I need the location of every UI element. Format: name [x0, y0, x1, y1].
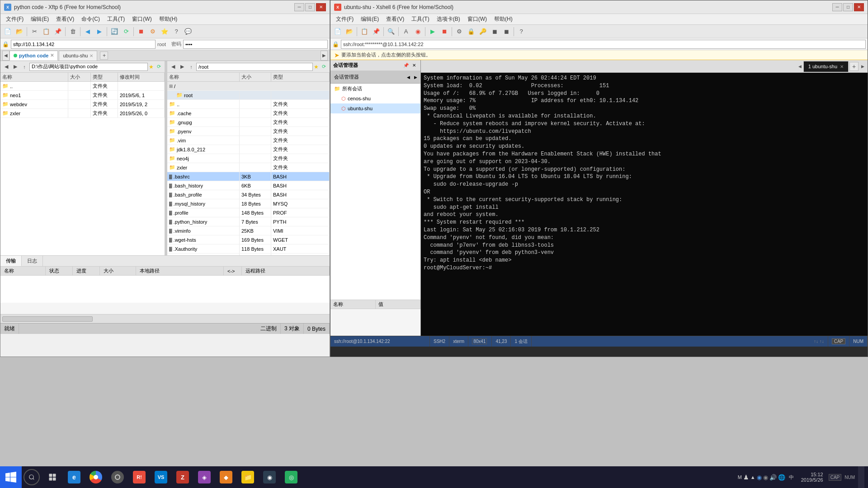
- menu-command[interactable]: 命令(C): [78, 14, 104, 24]
- xshell-menu-window[interactable]: 窗口(W): [464, 14, 491, 24]
- table-row[interactable]: 📁zxler 文件夹: [167, 163, 330, 172]
- tb-stop[interactable]: ⏹: [136, 26, 146, 37]
- remote-nav-forward[interactable]: ▶: [178, 63, 186, 71]
- tray-icon-3[interactable]: ▲: [750, 474, 755, 480]
- xshell-tb-open[interactable]: 📂: [344, 26, 355, 37]
- menu-view[interactable]: 查看(V): [52, 14, 78, 24]
- xshell-tb-more2[interactable]: ◼: [501, 26, 512, 37]
- tab-close-btn[interactable]: ✕: [50, 53, 54, 58]
- menu-help[interactable]: 帮助(H): [156, 14, 181, 24]
- tb-copy[interactable]: 📋: [41, 26, 52, 37]
- tb-help[interactable]: ?: [171, 26, 182, 37]
- remote-path-input[interactable]: [196, 63, 313, 71]
- table-row[interactable]: 📁.cache 文件夹: [167, 109, 330, 118]
- table-row[interactable]: ▓ .Xauthority 118 Bytes XAUT: [167, 244, 330, 253]
- explorer-button[interactable]: 📁: [238, 467, 258, 487]
- app-btn-5[interactable]: ◎: [281, 467, 301, 487]
- filezilla-button[interactable]: Z: [173, 467, 193, 487]
- xshell-tb-color[interactable]: ◉: [412, 26, 423, 37]
- table-row[interactable]: ▤ jdk-8.tar.gz 185.98MB WinR: [167, 253, 330, 255]
- tb-sync[interactable]: 🔄: [109, 26, 120, 37]
- table-row[interactable]: 📁jdk1.8.0_212 文件夹: [167, 145, 330, 154]
- xshell-tb-copy[interactable]: 📋: [359, 26, 370, 37]
- xshell-address-input[interactable]: [341, 40, 866, 49]
- local-bookmark-icon[interactable]: ★: [149, 64, 154, 70]
- xftp-minimize-button[interactable]: ─: [294, 3, 304, 11]
- tray-icon-7[interactable]: 🌐: [778, 474, 785, 481]
- cortana-button[interactable]: [108, 467, 127, 487]
- remote-nav-back[interactable]: ◀: [169, 63, 177, 71]
- tray-icon-6[interactable]: 🔊: [769, 474, 777, 481]
- app-btn-1[interactable]: R!: [129, 467, 149, 487]
- local-path-input[interactable]: [29, 63, 148, 71]
- xshell-menu-help[interactable]: 帮助(H): [491, 14, 516, 24]
- tb-connect[interactable]: ⟳: [121, 26, 132, 37]
- tray-icon-5[interactable]: ◉: [763, 474, 768, 481]
- tab-prev[interactable]: ◀: [2, 51, 9, 61]
- tab-ubuntu-shu[interactable]: ubuntu-shu ✕: [59, 51, 97, 61]
- tab-arrow-left[interactable]: ◀: [797, 63, 803, 70]
- table-row[interactable]: ▓ .bash_profile 34 Bytes BASH: [167, 190, 330, 199]
- xshell-tb-connect[interactable]: ▶: [427, 26, 438, 37]
- remote-nav-refresh[interactable]: ⟳: [320, 63, 328, 71]
- session-panel-close[interactable]: ✕: [410, 62, 418, 69]
- xshell-maximize-button[interactable]: □: [843, 3, 853, 11]
- table-row[interactable]: ▓ .bashrc 3KB BASH: [167, 172, 330, 181]
- xshell-menu-file[interactable]: 文件(F): [332, 14, 357, 24]
- tb-star[interactable]: ⭐: [159, 26, 170, 37]
- tab-arrow-right[interactable]: ▶: [859, 63, 866, 70]
- table-row[interactable]: 📁.gnupg 文件夹: [167, 118, 330, 127]
- local-nav-refresh[interactable]: ⟳: [155, 63, 163, 71]
- table-row[interactable]: 📁.. 文件夹: [167, 100, 330, 109]
- table-row[interactable]: ▓ .profile 148 Bytes PROF: [167, 208, 330, 217]
- xshell-tb-more1[interactable]: ◼: [489, 26, 500, 37]
- remote-nav-up[interactable]: ↑: [187, 63, 195, 71]
- tray-icon-2[interactable]: ♟: [743, 474, 749, 481]
- system-clock[interactable]: 15:12 2019/5/26: [797, 472, 827, 483]
- xftp-maximize-button[interactable]: □: [305, 3, 315, 11]
- tb-paste[interactable]: 📌: [52, 26, 63, 37]
- xshell-minimize-button[interactable]: ─: [832, 3, 842, 11]
- table-row[interactable]: ▓ .wget-hsts 169 Bytes WGET: [167, 235, 330, 244]
- local-nav-back[interactable]: ◀: [2, 63, 10, 71]
- local-nav-up[interactable]: ↑: [20, 63, 28, 71]
- xshell-tab-close[interactable]: ✕: [840, 64, 844, 69]
- h-scrollbar[interactable]: [2, 316, 93, 322]
- chrome-button[interactable]: [86, 467, 106, 487]
- table-row[interactable]: 📁neo1 文件夹 2019/5/6, 1: [0, 91, 165, 100]
- app-btn-3[interactable]: ◆: [216, 467, 236, 487]
- tb-nav-right[interactable]: ▶: [94, 26, 105, 37]
- xshell-tb-disconnect[interactable]: ⏹: [439, 26, 450, 37]
- table-row[interactable]: ▓ .mysql_history 18 Bytes MYSQ: [167, 199, 330, 208]
- table-row[interactable]: ⊞ /: [167, 82, 330, 91]
- app-btn-2[interactable]: ◈: [194, 467, 214, 487]
- session-next[interactable]: ▶: [412, 74, 419, 80]
- xshell-close-button[interactable]: ✕: [854, 3, 864, 11]
- xshell-menu-tabs[interactable]: 选项卡(B): [433, 14, 464, 24]
- menu-window[interactable]: 窗口(W): [128, 14, 155, 24]
- table-row[interactable]: ▓ .viminfo 25KB VIMI: [167, 226, 330, 235]
- tb-settings[interactable]: ⚙: [147, 26, 158, 37]
- vscode-button[interactable]: VS: [151, 467, 171, 487]
- xshell-tb-new[interactable]: 📄: [332, 26, 343, 37]
- task-view-button[interactable]: [42, 467, 62, 487]
- session-all-sessions[interactable]: 📁 所有会话: [330, 84, 420, 94]
- menu-file[interactable]: 文件(F): [2, 14, 27, 24]
- menu-tools[interactable]: 工具(T): [104, 14, 128, 24]
- xshell-tb-settings[interactable]: ⚙: [454, 26, 465, 37]
- table-row[interactable]: 📁neo4j 文件夹: [167, 154, 330, 163]
- tab-python-code[interactable]: python code ✕: [9, 51, 58, 61]
- table-row[interactable]: 📁zxler 文件夹 2019/5/26, 0: [0, 109, 165, 118]
- show-desktop-button[interactable]: [858, 466, 864, 488]
- tray-icon-1[interactable]: M: [738, 474, 742, 480]
- transfer-tab-log[interactable]: 日志: [22, 256, 43, 266]
- table-row[interactable]: 📁.. 文件夹: [0, 82, 165, 91]
- xshell-tb-lock[interactable]: 🔒: [466, 26, 476, 37]
- transfer-tab-transfer[interactable]: 传输: [0, 256, 22, 266]
- session-prev[interactable]: ◀: [405, 74, 411, 80]
- tab-add-btn[interactable]: +: [100, 52, 108, 60]
- search-button[interactable]: [24, 469, 40, 485]
- lang-indicator[interactable]: 中: [787, 474, 796, 481]
- table-row[interactable]: 📁webdev 文件夹 2019/5/19, 2: [0, 100, 165, 109]
- session-panel-pin[interactable]: 📌: [402, 62, 410, 69]
